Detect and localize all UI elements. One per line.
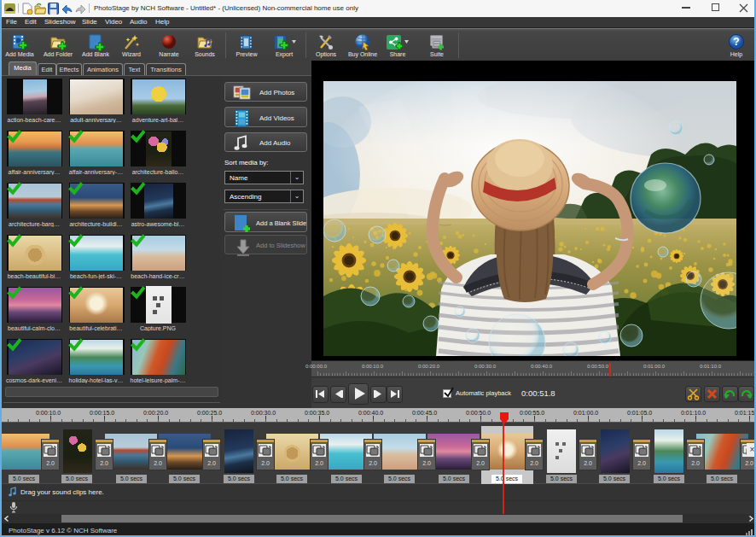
- svg-text:?: ?: [733, 36, 739, 48]
